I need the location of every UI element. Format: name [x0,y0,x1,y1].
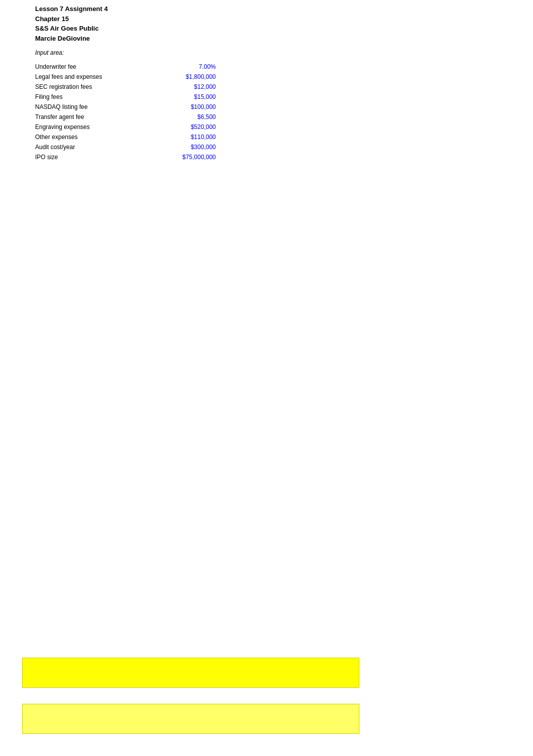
header-line1: Lesson 7 Assignment 4 [35,4,533,14]
input-area-label: Input area: [35,49,533,56]
table-row: Engraving expenses$520,000 [35,122,533,132]
header-title: Lesson 7 Assignment 4 Chapter 15 S&S Air… [35,4,533,43]
row-value: 7.00% [156,62,216,71]
row-label: Engraving expenses [35,122,156,132]
table-row: SEC registration fees$12,000 [35,82,533,91]
header-section: Lesson 7 Assignment 4 Chapter 15 S&S Air… [0,0,533,56]
row-label: Filing fees [35,92,156,101]
header-line4: Marcie DeGiovine [35,34,533,44]
row-value: $15,000 [156,92,216,101]
table-row: Audit cost/year$300,000 [35,143,533,152]
row-value: $6,500 [156,112,216,121]
row-label: Transfer agent fee [35,112,156,121]
yellow-block-1 [22,658,359,688]
row-value: $100,000 [156,102,216,111]
header-line3: S&S Air Goes Public [35,24,533,34]
row-label: Other expenses [35,133,156,142]
row-label: Legal fees and expenses [35,72,156,81]
table-row: IPO size$75,000,000 [35,153,533,162]
table-row: Other expenses$110,000 [35,133,533,142]
table-row: Underwriter fee7.00% [35,62,533,71]
table-row: Legal fees and expenses$1,800,000 [35,72,533,81]
row-label: NASDAQ listing fee [35,102,156,111]
row-label: IPO size [35,153,156,162]
yellow-block-2 [22,704,359,734]
header-line2: Chapter 15 [35,14,533,24]
table-row: NASDAQ listing fee$100,000 [35,102,533,111]
row-label: SEC registration fees [35,82,156,91]
row-value: $12,000 [156,82,216,91]
row-value: $110,000 [156,133,216,142]
row-value: $520,000 [156,122,216,132]
table-row: Transfer agent fee$6,500 [35,112,533,121]
row-value: $300,000 [156,143,216,152]
data-section: Underwriter fee7.00%Legal fees and expen… [0,62,533,162]
row-label: Underwriter fee [35,62,156,71]
row-label: Audit cost/year [35,143,156,152]
table-row: Filing fees$15,000 [35,92,533,101]
row-value: $75,000,000 [156,153,216,162]
row-value: $1,800,000 [156,72,216,81]
